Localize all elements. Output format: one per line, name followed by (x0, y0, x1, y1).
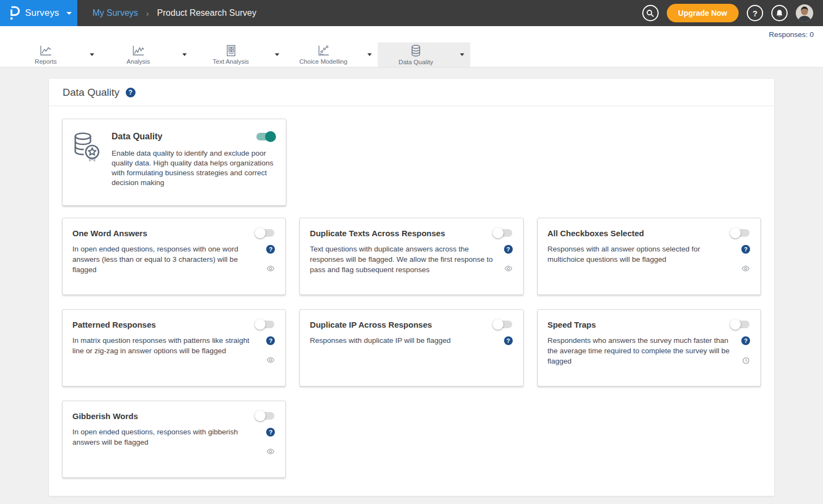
rule-help-icon[interactable]: ? (741, 336, 750, 345)
toolbar-tab-label: Analysis (127, 58, 150, 65)
clock-icon[interactable] (742, 357, 750, 364)
rule-card: All Checkboxes Selected Responses with a… (537, 218, 761, 295)
rule-toggle[interactable] (493, 319, 513, 330)
responses-count: Responses: 0 (769, 30, 814, 39)
avatar-photo (796, 4, 813, 22)
toggle-knob (265, 131, 276, 142)
eye-icon[interactable] (741, 266, 750, 272)
tab-dropdown-caret[interactable] (176, 42, 193, 67)
rule-card: Patterned Responses In matrix question r… (62, 309, 286, 386)
user-avatar[interactable] (796, 4, 813, 22)
rule-toggle[interactable] (255, 228, 275, 238)
rule-toggle[interactable] (730, 319, 751, 330)
panel-header: Data Quality ? (49, 79, 774, 106)
toggle-knob (493, 228, 503, 238)
toggle-knob (255, 319, 266, 330)
eye-icon[interactable] (266, 357, 275, 363)
breadcrumb-my-surveys[interactable]: My Surveys (93, 8, 138, 18)
eye-icon[interactable] (504, 266, 513, 272)
rule-card-description: Responses with all answer options select… (548, 244, 741, 272)
rule-card-title: One Word Answers (72, 229, 148, 238)
tab-dropdown-caret[interactable] (454, 42, 470, 67)
search-button[interactable] (642, 5, 659, 21)
question-mark-icon: ? (752, 9, 757, 18)
chevron-down-icon (66, 12, 72, 15)
toolbar-tab-analysis[interactable]: Analysis (100, 42, 176, 67)
rule-card: Duplicate IP Across Responses Responses … (299, 309, 523, 386)
tab-dropdown-caret[interactable] (361, 42, 378, 67)
eye-icon[interactable] (266, 448, 275, 454)
rule-card-title: Duplicate IP Across Responses (310, 320, 432, 329)
rule-card-description: In open ended questions, responses with … (72, 427, 266, 454)
toolbar-tab-reports[interactable]: Reports (8, 42, 84, 67)
page-help-icon[interactable]: ? (126, 88, 136, 97)
bell-icon (776, 9, 783, 17)
rule-card-description: Responses with duplicate IP will be flag… (310, 336, 503, 346)
feature-card-title: Data Quality (112, 132, 162, 142)
rule-card: Gibberish Words In open ended questions,… (62, 401, 286, 478)
toolbar-tab-label: Text Analysis (213, 58, 249, 65)
page-title: Data Quality (63, 87, 120, 99)
toolbar-tab-data-quality[interactable]: Data Quality (378, 42, 454, 67)
rule-toggle[interactable] (255, 410, 275, 421)
chevron-down-icon (90, 53, 94, 56)
rule-toggle[interactable] (730, 228, 751, 238)
document-grid-icon (225, 45, 237, 57)
survey-nav: Responses: 0 (0, 26, 823, 42)
database-award-icon (72, 131, 102, 162)
page-background: Data Quality ? Data Quality (0, 67, 823, 504)
database-icon (409, 44, 422, 57)
upgrade-now-button[interactable]: Upgrade Now (667, 4, 739, 22)
notifications-button[interactable] (771, 5, 788, 21)
rule-toggle[interactable] (255, 319, 275, 330)
chevron-down-icon (182, 53, 187, 56)
rule-card: One Word Answers In open ended questions… (62, 218, 286, 295)
rule-card-title: Duplicate Texts Across Responses (310, 229, 445, 238)
toggle-knob (255, 410, 266, 421)
rule-cards-grid: One Word Answers In open ended questions… (62, 218, 761, 478)
top-bar: Surveys My Surveys › Product Research Su… (0, 0, 823, 26)
tab-dropdown-caret[interactable] (269, 42, 285, 67)
toolbar-tab-text-analysis[interactable]: Text Analysis (193, 42, 269, 67)
breadcrumb: My Surveys › Product Research Survey (93, 0, 256, 26)
data-quality-toggle[interactable] (255, 131, 276, 142)
brand-menu[interactable]: Surveys (0, 0, 77, 26)
data-quality-feature-card: Data Quality Enable data quality to iden… (62, 119, 286, 206)
rule-card-description: Respondents who answers the survey much … (548, 336, 741, 367)
rule-card-description: Text questions with duplicate answers ac… (310, 244, 503, 275)
rule-toggle[interactable] (493, 228, 513, 238)
tab-dropdown-caret[interactable] (84, 42, 100, 67)
rule-card-title: Gibberish Words (72, 411, 138, 421)
data-quality-panel: Data Quality ? Data Quality (49, 79, 774, 496)
rule-help-icon[interactable]: ? (504, 245, 513, 254)
toggle-knob (730, 228, 741, 238)
scatter-chart-icon (132, 45, 145, 57)
rule-card: Speed Traps Respondents who answers the … (537, 309, 761, 386)
eye-icon[interactable] (266, 266, 275, 272)
toggle-knob (730, 319, 741, 330)
chevron-down-icon (460, 53, 464, 56)
rule-card-description: In open ended questions, responses with … (72, 244, 266, 275)
rule-help-icon[interactable]: ? (504, 336, 513, 345)
dotted-chart-icon (317, 45, 330, 57)
rule-help-icon[interactable]: ? (266, 336, 275, 345)
brand-label: Surveys (25, 8, 59, 19)
feature-card-description: Enable data quality to identify and excl… (112, 149, 276, 188)
toolbar-tab-label: Data Quality (398, 59, 433, 65)
topbar-actions: Upgrade Now ? (642, 0, 823, 26)
rule-help-icon[interactable]: ? (266, 428, 275, 437)
chevron-down-icon (275, 53, 279, 56)
breadcrumb-separator-icon: › (146, 9, 149, 18)
breadcrumb-current-survey: Product Research Survey (157, 8, 256, 18)
chevron-down-icon (367, 53, 372, 56)
search-icon (646, 9, 654, 17)
rule-help-icon[interactable]: ? (266, 245, 275, 254)
help-button[interactable]: ? (747, 5, 763, 21)
rule-help-icon[interactable]: ? (741, 245, 750, 254)
rule-card-title: Patterned Responses (72, 320, 156, 329)
panel-body: Data Quality Enable data quality to iden… (49, 106, 774, 496)
toggle-knob (493, 319, 503, 330)
rule-card: Duplicate Texts Across Responses Text qu… (299, 218, 523, 295)
toggle-knob (255, 228, 266, 238)
toolbar-tab-choice-modelling[interactable]: Choice Modelling (285, 42, 361, 67)
